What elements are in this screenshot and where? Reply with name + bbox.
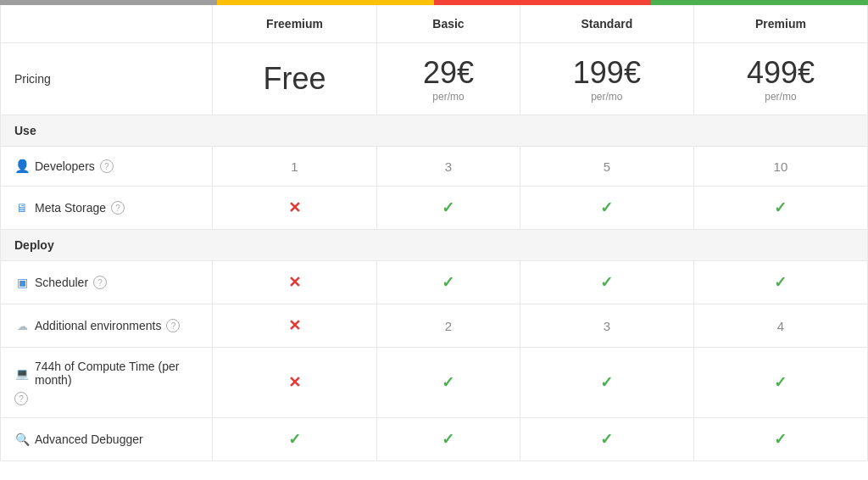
price-premium-period: per/mo xyxy=(708,91,854,103)
compute-premium-check: ✓ xyxy=(774,374,787,391)
col-header-freemium: Freemium xyxy=(213,5,377,43)
developers-premium: 10 xyxy=(693,147,867,187)
price-standard-amount: 199€ xyxy=(534,55,680,91)
compute-icon: 💻 xyxy=(14,366,30,381)
section-deploy-header: Deploy xyxy=(1,230,868,261)
environments-standard: 3 xyxy=(520,304,693,348)
compute-premium: ✓ xyxy=(693,348,867,418)
scheduler-freemium: ✕ xyxy=(213,261,377,304)
environments-feature: ☁ Additional environments ? xyxy=(1,304,213,348)
environments-freemium: ✕ xyxy=(213,304,377,348)
section-use-label: Use xyxy=(1,115,868,147)
scheduler-premium-check: ✓ xyxy=(774,274,787,291)
scheduler-standard: ✓ xyxy=(520,261,693,304)
price-freemium: Free xyxy=(213,43,377,115)
debugger-label-group: 🔍 Advanced Debugger xyxy=(14,432,198,447)
environments-icon: ☁ xyxy=(14,318,30,333)
compute-help-icon[interactable]: ? xyxy=(14,392,28,405)
section-deploy-label: Deploy xyxy=(1,230,868,261)
top-bar-green xyxy=(651,0,868,5)
scheduler-feature: ▣ Scheduler ? xyxy=(1,261,213,304)
price-standard-period: per/mo xyxy=(534,91,680,103)
meta-storage-label-group: 🖥 Meta Storage ? xyxy=(14,200,198,215)
price-basic-period: per/mo xyxy=(391,91,506,103)
scheduler-freemium-cross: ✕ xyxy=(288,274,301,291)
scheduler-standard-check: ✓ xyxy=(600,274,613,291)
environments-label-group: ☁ Additional environments ? xyxy=(14,318,198,333)
price-premium: 499€ per/mo xyxy=(693,43,867,115)
developers-standard: 5 xyxy=(520,147,693,187)
debugger-basic: ✓ xyxy=(377,418,520,461)
meta-storage-basic-check: ✓ xyxy=(442,199,454,216)
environments-row: ☁ Additional environments ? ✕ 2 3 4 xyxy=(1,304,868,348)
meta-storage-basic: ✓ xyxy=(377,187,520,230)
scheduler-basic: ✓ xyxy=(377,261,520,304)
developers-feature: 👤 Developers ? xyxy=(1,147,213,187)
compute-label-group: 💻 744h of Compute Time (per month) ? xyxy=(14,360,198,405)
compute-inner: 💻 744h of Compute Time (per month) xyxy=(14,360,198,387)
debugger-standard-check: ✓ xyxy=(600,431,613,448)
scheduler-label: Scheduler xyxy=(35,276,88,289)
col-header-empty xyxy=(1,5,213,43)
price-basic: 29€ per/mo xyxy=(377,43,520,115)
compute-basic: ✓ xyxy=(377,348,520,418)
environments-help-icon[interactable]: ? xyxy=(166,319,180,332)
scheduler-help-icon[interactable]: ? xyxy=(93,276,107,289)
developers-row: 👤 Developers ? 1 3 5 10 xyxy=(1,147,868,187)
compute-freemium: ✕ xyxy=(213,348,377,418)
compute-feature: 💻 744h of Compute Time (per month) ? xyxy=(1,348,213,418)
meta-storage-premium: ✓ xyxy=(693,187,867,230)
scheduler-basic-check: ✓ xyxy=(442,274,454,291)
debugger-label: Advanced Debugger xyxy=(35,433,143,446)
meta-storage-freemium-cross: ✕ xyxy=(288,199,301,216)
environments-premium-value: 4 xyxy=(777,319,784,333)
debugger-standard: ✓ xyxy=(520,418,693,461)
developers-label: Developers xyxy=(35,159,95,173)
scheduler-label-group: ▣ Scheduler ? xyxy=(14,275,198,290)
compute-standard: ✓ xyxy=(520,348,693,418)
top-bar xyxy=(0,0,868,5)
developers-freemium: 1 xyxy=(213,147,377,187)
col-header-premium: Premium xyxy=(693,5,867,43)
meta-storage-feature: 🖥 Meta Storage ? xyxy=(1,187,213,230)
meta-storage-standard-check: ✓ xyxy=(600,199,613,216)
compute-basic-check: ✓ xyxy=(442,374,454,391)
price-standard: 199€ per/mo xyxy=(520,43,693,115)
meta-storage-premium-check: ✓ xyxy=(774,199,787,216)
environments-freemium-cross: ✕ xyxy=(288,317,301,334)
scheduler-icon: ▣ xyxy=(14,275,30,290)
pricing-label: Pricing xyxy=(1,43,213,115)
column-headers-row: Freemium Basic Standard Premium xyxy=(1,5,868,43)
meta-storage-label: Meta Storage xyxy=(35,201,106,215)
compute-label: 744h of Compute Time (per month) xyxy=(35,360,198,387)
environments-inner: ☁ Additional environments xyxy=(14,318,161,333)
meta-storage-row: 🖥 Meta Storage ? ✕ ✓ ✓ ✓ xyxy=(1,187,868,230)
developers-label-group: 👤 Developers ? xyxy=(14,159,198,174)
col-header-standard: Standard xyxy=(520,5,693,43)
meta-storage-help-icon[interactable]: ? xyxy=(111,201,125,215)
price-free-value: Free xyxy=(264,61,326,96)
scheduler-row: ▣ Scheduler ? ✕ ✓ ✓ ✓ xyxy=(1,261,868,304)
debugger-basic-check: ✓ xyxy=(442,431,454,448)
environments-basic-value: 2 xyxy=(445,319,452,333)
environments-standard-value: 3 xyxy=(604,319,610,333)
debugger-row: 🔍 Advanced Debugger ✓ ✓ ✓ ✓ xyxy=(1,418,868,461)
compute-row: 💻 744h of Compute Time (per month) ? ✕ ✓… xyxy=(1,348,868,418)
scheduler-premium: ✓ xyxy=(693,261,867,304)
compute-standard-check: ✓ xyxy=(600,374,613,391)
developers-basic: 3 xyxy=(377,147,520,187)
meta-storage-freemium: ✕ xyxy=(213,187,377,230)
developer-icon: 👤 xyxy=(14,159,30,174)
top-bar-gray xyxy=(0,0,217,5)
price-basic-amount: 29€ xyxy=(391,55,506,91)
price-premium-amount: 499€ xyxy=(708,55,854,91)
debugger-feature: 🔍 Advanced Debugger xyxy=(1,418,213,461)
top-bar-red xyxy=(434,0,651,5)
compute-freemium-cross: ✕ xyxy=(288,374,301,391)
debugger-icon: 🔍 xyxy=(14,432,30,447)
debugger-premium: ✓ xyxy=(693,418,867,461)
pricing-table: Freemium Basic Standard Premium Pricing … xyxy=(0,5,868,461)
developers-help-icon[interactable]: ? xyxy=(100,159,114,173)
environments-premium: 4 xyxy=(693,304,867,348)
debugger-freemium-check: ✓ xyxy=(288,431,301,448)
